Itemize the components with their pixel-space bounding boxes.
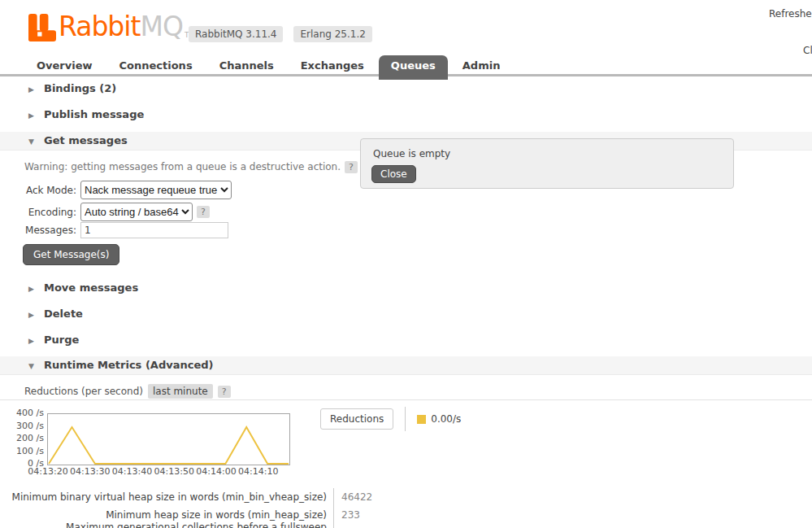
legend-rate: 0.00/s [417, 413, 461, 425]
rabbitmq-logo[interactable]: RabbitMQ TM [28, 11, 195, 42]
section-bindings[interactable]: ▶Bindings (2) [28, 82, 116, 94]
section-runtime-metrics-header[interactable]: ▼Runtime Metrics (Advanced) [28, 359, 213, 371]
chart-x-axis: 04:13:2004:13:3004:13:4004:13:5004:14:00… [47, 466, 289, 478]
messages-label: Messages: [24, 225, 76, 236]
chevron-down-icon: ▼ [28, 137, 37, 146]
chevron-right-icon: ▶ [28, 85, 37, 94]
encoding-label: Encoding: [24, 207, 76, 218]
metric-label: Minimum heap size in words (min_heap_siz… [0, 509, 333, 521]
refreshed-status-text: Refreshe [769, 8, 812, 20]
tab-connections[interactable]: Connections [107, 55, 205, 80]
chart-title: Reductions (per second) [24, 386, 143, 397]
x-tick-label: 04:14:00 [196, 466, 236, 477]
get-messages-warning: Warning: getting messages from a queue i… [24, 161, 358, 173]
chart-range-badge[interactable]: last minute [148, 384, 213, 399]
x-tick-label: 04:13:30 [70, 466, 110, 477]
chevron-right-icon: ▶ [28, 337, 37, 345]
metric-value: 46422 [333, 488, 372, 506]
metric-label: Maximum generational collections before … [0, 521, 333, 528]
reductions-chart-line [49, 427, 289, 464]
messages-row: Messages: [24, 222, 228, 238]
erlang-version-badge: Erlang 25.1.2 [293, 26, 371, 42]
section-move-label: Move messages [44, 281, 138, 294]
x-tick-label: 04:13:50 [154, 466, 194, 477]
section-get-messages-label: Get messages [44, 134, 128, 146]
section-bindings-label: Bindings (2) [44, 82, 116, 94]
section-publish-label: Publish message [44, 108, 144, 120]
popup-close-button[interactable]: Close [371, 165, 416, 183]
version-badges: RabbitMQ 3.11.4 Erlang 25.1.2 [189, 26, 372, 42]
series-color-swatch [417, 415, 426, 424]
tab-channels[interactable]: Channels [207, 55, 286, 80]
section-purge[interactable]: ▶Purge [28, 334, 79, 346]
section-delete-label: Delete [44, 308, 83, 320]
y-tick-label: 300 /s [16, 421, 44, 431]
runtime-metrics-table: Minimum binary virtual heap size in word… [0, 488, 812, 528]
help-icon[interactable]: ? [218, 386, 231, 398]
section-move-messages[interactable]: ▶Move messages [28, 281, 138, 294]
chevron-right-icon: ▶ [28, 111, 37, 120]
tab-overview[interactable]: Overview [24, 55, 105, 80]
metric-value: 233 [333, 506, 360, 524]
encoding-select[interactable]: Auto string / base64 [80, 203, 193, 221]
tab-queues[interactable]: Queues [379, 55, 448, 80]
metric-label: Minimum binary virtual heap size in word… [0, 491, 333, 503]
main-navigation-tabs: Overview Connections Channels Exchanges … [24, 55, 515, 80]
encoding-row: Encoding: Auto string / base64 ? [24, 203, 210, 221]
chevron-down-icon: ▼ [28, 362, 37, 370]
logo-text-mq: MQ [140, 11, 182, 42]
x-tick-label: 04:13:40 [112, 466, 152, 477]
ack-mode-row: Ack Mode: Nack message requeue true [24, 181, 232, 199]
ack-mode-label: Ack Mode: [24, 185, 76, 196]
tab-admin[interactable]: Admin [450, 55, 513, 80]
legend-reductions-button[interactable]: Reductions [320, 408, 393, 430]
chevron-right-icon: ▶ [28, 285, 37, 293]
table-row: Minimum binary virtual heap size in word… [0, 488, 812, 506]
help-icon[interactable]: ? [345, 161, 358, 173]
section-delete[interactable]: ▶Delete [28, 308, 83, 320]
chart-title-row: Reductions (per second) last minute ? [24, 384, 231, 399]
popup-message: Queue is empty [373, 148, 450, 159]
section-get-messages-header[interactable]: ▼Get messages [28, 134, 128, 146]
x-tick-label: 04:13:20 [28, 466, 67, 477]
chart-section-divider [0, 399, 812, 400]
ack-mode-select[interactable]: Nack message requeue true [80, 181, 232, 199]
y-tick-label: 200 /s [16, 433, 44, 443]
section-runtime-label: Runtime Metrics (Advanced) [44, 359, 213, 371]
legend-divider [405, 407, 406, 431]
legend-rate-value: 0.00/s [431, 413, 461, 425]
cluster-text: Cl [803, 45, 812, 56]
section-runtime-metrics[interactable]: ▼Runtime Metrics (Advanced) [0, 356, 812, 375]
logo-text-rabbit: Rabbit [59, 11, 140, 42]
rabbitmq-logo-icon [28, 14, 56, 41]
section-purge-label: Purge [44, 334, 79, 346]
warning-text: Warning: getting messages from a queue i… [24, 161, 341, 172]
get-messages-button[interactable]: Get Message(s) [23, 244, 119, 265]
metric-value [333, 524, 341, 528]
queue-empty-popup: Queue is empty Close [360, 138, 734, 189]
y-tick-label: 100 /s [16, 446, 44, 456]
chart-y-axis: 400 /s300 /s200 /s100 /s0 /s [7, 411, 44, 465]
help-icon[interactable]: ? [197, 206, 210, 218]
x-tick-label: 04:14:10 [238, 466, 278, 477]
table-row: Maximum generational collections before … [0, 524, 812, 528]
chart-legend: Reductions 0.00/s [320, 407, 461, 431]
section-publish-message[interactable]: ▶Publish message [28, 108, 144, 120]
rabbitmq-version-badge: RabbitMQ 3.11.4 [189, 26, 283, 42]
y-tick-label: 400 /s [16, 408, 44, 418]
tab-exchanges[interactable]: Exchanges [289, 55, 376, 80]
chevron-right-icon: ▶ [28, 311, 37, 319]
reductions-chart [47, 413, 290, 465]
messages-count-input[interactable] [80, 222, 228, 238]
